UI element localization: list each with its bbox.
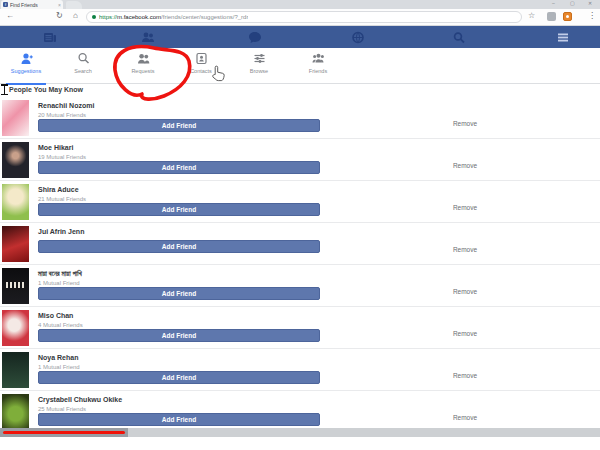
profile-photo[interactable] (2, 100, 29, 136)
tab-friends[interactable]: Friends (290, 52, 346, 82)
friends-group-icon (312, 52, 325, 65)
address-bar[interactable]: https://m.facebook.com/friends/center/su… (86, 11, 522, 23)
tab-contacts[interactable]: Contacts (173, 52, 229, 82)
tab-label: Browse (231, 68, 287, 74)
add-friend-button[interactable]: Add Friend (38, 329, 320, 342)
new-tab-button[interactable] (66, 1, 82, 9)
home-icon[interactable]: ⌂ (73, 11, 78, 21)
mutual-friends-count: 4 Mutual Friends (38, 322, 83, 328)
tab-search[interactable]: Search (55, 52, 111, 82)
red-underline-annotation (3, 431, 125, 434)
suggestion-row: Moe Hikari 19 Mutual Friends Add Friend … (0, 139, 600, 181)
remove-button[interactable]: Remove (443, 330, 487, 337)
tab-suggestions[interactable]: Suggestions (0, 52, 54, 82)
add-friend-button[interactable]: Add Friend (38, 161, 320, 174)
window-maximize-button[interactable]: ▢ (570, 0, 575, 6)
close-tab-icon[interactable]: × (58, 2, 61, 8)
tab-label: Friends (290, 68, 346, 74)
remove-button[interactable]: Remove (443, 246, 487, 253)
suggestion-row: মায়া বনের মায়া পাখি 1 Mutual Friend Ad… (0, 265, 600, 307)
remove-button[interactable]: Remove (443, 372, 487, 379)
search-icon (77, 52, 90, 65)
add-friend-button[interactable]: Add Friend (38, 371, 320, 384)
url-path: /friends/center/suggestions/?_rdr (161, 14, 248, 20)
person-name[interactable]: Moe Hikari (38, 144, 73, 151)
window-minimize-button[interactable]: – (552, 0, 555, 6)
mutual-friends-count: 1 Mutual Friend (38, 280, 80, 286)
suggestion-row: Crystabell Chukwu Okike 25 Mutual Friend… (0, 391, 600, 433)
tab-requests[interactable]: Requests (115, 52, 171, 82)
contacts-book-icon (195, 52, 208, 65)
search-icon[interactable] (452, 31, 466, 44)
suggestion-row: Miso Chan 4 Mutual Friends Add Friend Re… (0, 307, 600, 349)
url-host: m.facebook.com (117, 14, 161, 20)
profile-photo[interactable] (2, 226, 29, 262)
secure-lock-icon (92, 15, 96, 19)
remove-button[interactable]: Remove (443, 288, 487, 295)
add-friend-button[interactable]: Add Friend (38, 287, 320, 300)
add-friend-button[interactable]: Add Friend (38, 413, 320, 426)
person-name[interactable]: Noya Rehan (38, 354, 78, 361)
tab-browse[interactable]: Browse (231, 52, 287, 82)
tab-label: Requests (115, 68, 171, 74)
mutual-friends-count: 25 Mutual Friends (38, 406, 86, 412)
person-name[interactable]: Renachii Nozomi (38, 102, 94, 109)
tab-label: Search (55, 68, 111, 74)
suggestion-row: Jui Afrin Jenn Add Friend Remove (0, 223, 600, 265)
mutual-friends-count: 21 Mutual Friends (38, 196, 86, 202)
suggestion-row: Renachii Nozomi 20 Mutual Friends Add Fr… (0, 97, 600, 139)
mutual-friends-count: 1 Mutual Friend (38, 364, 80, 370)
person-name[interactable]: মায়া বনের মায়া পাখি (38, 270, 82, 278)
tab-label: Suggestions (0, 68, 54, 74)
active-tab-underline (6, 83, 46, 85)
browser-tabstrip: f Find Friends × – ▢ ✕ (0, 0, 600, 9)
menu-icon[interactable] (556, 31, 570, 44)
remove-button[interactable]: Remove (443, 162, 487, 169)
download-manager-extension-icon[interactable] (563, 12, 572, 21)
add-friend-button[interactable]: Add Friend (38, 240, 320, 253)
add-friend-button[interactable]: Add Friend (38, 203, 320, 216)
tab-label: Contacts (173, 68, 229, 74)
suggestion-row: Noya Rehan 1 Mutual Friend Add Friend Re… (0, 349, 600, 391)
back-icon[interactable]: ← (6, 11, 14, 21)
remove-button[interactable]: Remove (443, 414, 487, 421)
profile-photo[interactable] (2, 310, 29, 346)
mutual-friends-count: 20 Mutual Friends (38, 112, 86, 118)
window-close-button[interactable]: ✕ (588, 0, 592, 6)
profile-photo[interactable] (2, 394, 29, 430)
text-ibeam-cursor (1, 84, 8, 95)
url-scheme: https:// (99, 14, 117, 20)
remove-button[interactable]: Remove (443, 120, 487, 127)
notifications-globe-icon[interactable] (351, 31, 365, 44)
facebook-top-bar (0, 26, 600, 48)
person-name[interactable]: Shira Aduce (38, 186, 79, 193)
person-name[interactable]: Crystabell Chukwu Okike (38, 396, 122, 403)
mutual-friends-count: 19 Mutual Friends (38, 154, 86, 160)
add-friend-button[interactable]: Add Friend (38, 119, 320, 132)
extension-icon[interactable] (547, 12, 556, 21)
profile-photo[interactable] (2, 142, 29, 178)
refresh-icon[interactable]: ↻ (56, 11, 63, 21)
page-url: https://m.facebook.com/friends/center/su… (99, 14, 248, 20)
news-feed-icon[interactable] (43, 31, 57, 44)
profile-photo[interactable] (2, 268, 29, 304)
facebook-favicon: f (3, 2, 8, 7)
suggestion-row: Shira Aduce 21 Mutual Friends Add Friend… (0, 181, 600, 223)
friend-requests-icon (137, 52, 150, 65)
remove-button[interactable]: Remove (443, 204, 487, 211)
profile-photo[interactable] (2, 352, 29, 388)
person-add-icon (20, 52, 33, 65)
messages-icon[interactable] (248, 31, 262, 44)
profile-photo[interactable] (2, 184, 29, 220)
person-name[interactable]: Jui Afrin Jenn (38, 228, 84, 235)
browser-tab-title: Find Friends (10, 2, 38, 8)
person-name[interactable]: Miso Chan (38, 312, 73, 319)
screen: f Find Friends × – ▢ ✕ ← ↻ ⌂ https://m.f… (0, 0, 600, 450)
page-title: People You May Know (9, 86, 83, 93)
filters-sliders-icon (253, 52, 266, 65)
bottom-margin (0, 437, 600, 450)
friend-requests-icon[interactable] (141, 31, 155, 44)
browser-tab[interactable]: f Find Friends × (1, 0, 63, 9)
bookmark-star-icon[interactable]: ☆ (528, 11, 535, 21)
browser-menu-icon[interactable]: ⋮ (588, 11, 596, 21)
